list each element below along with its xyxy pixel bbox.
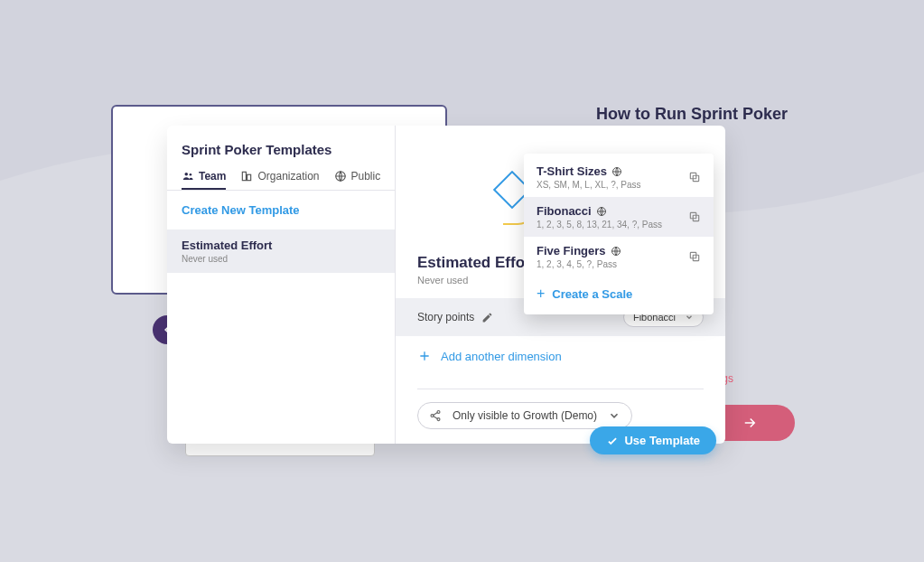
- modal-bottom-row: Only visible to Growth (Demo): [417, 389, 704, 429]
- copy-icon[interactable]: [688, 211, 701, 223]
- scale-option-values: 1, 2, 3, 5, 8, 13, 21, 34, ?, Pass: [537, 220, 688, 229]
- globe-icon: [334, 170, 347, 183]
- tab-public[interactable]: Public: [334, 164, 381, 190]
- scale-option-tshirt[interactable]: T-Shirt Sizes XS, SM, M, L, XL, ?, Pass: [524, 157, 714, 197]
- visibility-button[interactable]: Only visible to Growth (Demo): [417, 402, 632, 429]
- scale-option-name: T-Shirt Sizes: [537, 164, 607, 178]
- chevron-down-icon: [608, 409, 621, 422]
- use-template-button[interactable]: Use Template: [590, 426, 716, 454]
- create-scale-button[interactable]: + Create a Scale: [524, 276, 714, 311]
- scale-option-name: Fibonacci: [537, 204, 592, 218]
- globe-icon: [611, 166, 622, 177]
- plus-icon: [417, 349, 432, 363]
- check-icon: [606, 435, 619, 447]
- scale-option-values: 1, 2, 3, 4, 5, ?, Pass: [537, 259, 688, 269]
- edit-icon[interactable]: [481, 312, 493, 323]
- create-scale-label: Create a Scale: [552, 287, 632, 301]
- svg-point-1: [190, 173, 192, 176]
- use-template-label: Use Template: [624, 434, 700, 447]
- scale-option-values: XS, SM, M, L, XL, ?, Pass: [537, 180, 688, 190]
- scale-option-fivefingers[interactable]: Five Fingers 1, 2, 3, 4, 5, ?, Pass: [524, 237, 714, 276]
- tab-org-label: Organization: [257, 170, 319, 183]
- globe-icon: [596, 206, 607, 217]
- tabs: Team Organization Public: [167, 164, 395, 191]
- scale-option-fibonacci[interactable]: Fibonacci 1, 2, 3, 5, 8, 13, 21, 34, ?, …: [524, 197, 714, 237]
- add-dimension-button[interactable]: Add another dimension: [417, 349, 704, 376]
- globe-icon: [611, 246, 621, 257]
- visibility-label: Only visible to Growth (Demo): [453, 409, 597, 422]
- tab-team-label: Team: [199, 170, 226, 183]
- copy-icon[interactable]: [688, 171, 701, 183]
- create-template-link[interactable]: Create New Template: [167, 191, 395, 229]
- scale-dropdown-menu: T-Shirt Sizes XS, SM, M, L, XL, ?, Pass …: [524, 154, 714, 314]
- modal-title: Sprint Poker Templates: [167, 126, 395, 164]
- svg-rect-3: [247, 174, 251, 180]
- svg-rect-2: [243, 172, 247, 180]
- organization-icon: [240, 170, 253, 183]
- tab-organization[interactable]: Organization: [240, 164, 319, 190]
- template-item-meta: Never used: [182, 254, 380, 264]
- template-item[interactable]: Estimated Effort Never used: [167, 229, 395, 273]
- tab-public-label: Public: [351, 170, 381, 183]
- tab-team[interactable]: Team: [182, 164, 226, 190]
- add-dimension-label: Add another dimension: [441, 350, 562, 363]
- team-icon: [182, 170, 194, 183]
- how-to-title: How to Run Sprint Poker: [596, 105, 867, 124]
- copy-icon[interactable]: [688, 250, 701, 263]
- plus-icon: +: [537, 286, 545, 302]
- scale-option-name: Five Fingers: [537, 244, 606, 258]
- svg-point-0: [185, 173, 189, 176]
- modal-sidebar: Sprint Poker Templates Team Organization…: [167, 126, 396, 444]
- dimension-label: Story points: [417, 311, 474, 323]
- template-item-name: Estimated Effort: [182, 239, 380, 252]
- share-icon: [429, 409, 442, 422]
